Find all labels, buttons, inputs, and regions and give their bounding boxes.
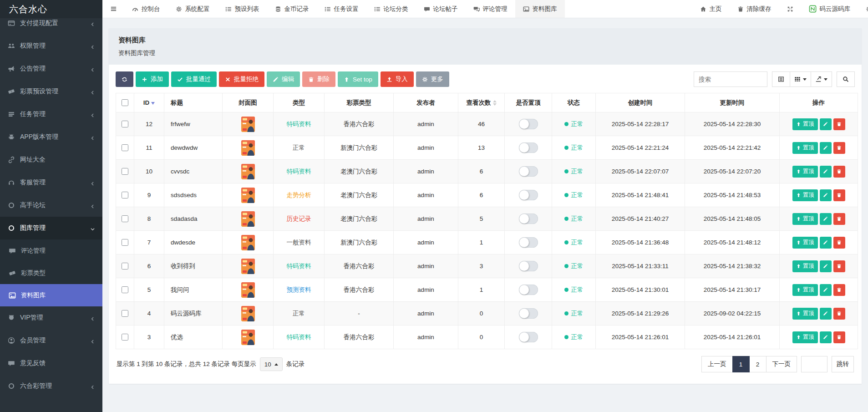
cover-image[interactable]	[241, 235, 255, 250]
edit-button[interactable]	[820, 166, 832, 178]
nav-right-gear[interactable]	[858, 0, 868, 18]
columns-button[interactable]	[790, 71, 811, 87]
page-button-2[interactable]: 2	[749, 356, 766, 372]
row-checkbox[interactable]	[122, 239, 128, 246]
nav-tab-5-list[interactable]: 任务设置	[317, 0, 366, 18]
sidebar-toggle-button[interactable]	[102, 0, 124, 18]
row-checkbox[interactable]	[122, 334, 128, 341]
row-checkbox[interactable]	[122, 144, 128, 151]
sidebar-item-circle[interactable]: 高手论坛	[0, 194, 102, 217]
row-checkbox[interactable]	[122, 192, 128, 198]
pin-top-button[interactable]: 置顶	[792, 284, 818, 296]
delete-button[interactable]	[833, 213, 845, 225]
pin-toggle[interactable]	[519, 214, 538, 224]
sidebar-subitem-image-active[interactable]: 资料图库	[0, 284, 102, 306]
nav-tab-9-image[interactable]: 资料图库	[515, 0, 565, 18]
delete-button[interactable]	[833, 118, 845, 130]
edit-button[interactable]	[820, 213, 832, 225]
delete-button[interactable]	[833, 308, 845, 320]
nav-tab-3-list[interactable]: 预设列表	[218, 0, 267, 18]
sidebar-subitem-comment[interactable]: 评论管理	[0, 239, 102, 262]
nav-tab-1-gauge[interactable]: 控制台	[124, 0, 168, 18]
sidebar-item-link[interactable]: 网址大全	[0, 148, 102, 171]
edit-button[interactable]	[820, 189, 832, 201]
delete-button[interactable]	[833, 189, 845, 201]
delete-button[interactable]	[833, 260, 845, 272]
row-checkbox[interactable]	[122, 263, 128, 270]
edit-button[interactable]	[820, 237, 832, 249]
pin-toggle[interactable]	[519, 190, 538, 200]
sidebar-item-user[interactable]: 会员管理	[0, 329, 102, 352]
select-all-checkbox[interactable]	[122, 99, 128, 106]
nav-tab-7-comment[interactable]: 论坛帖子	[416, 0, 466, 18]
row-checkbox[interactable]	[122, 286, 128, 293]
nav-tab-4-db[interactable]: 金币记录	[267, 0, 317, 18]
cover-image[interactable]	[241, 211, 255, 227]
cover-image[interactable]	[241, 140, 255, 156]
type-link[interactable]: 走势分析	[287, 192, 311, 198]
jump-page-input[interactable]	[801, 356, 827, 372]
edit-button[interactable]	[820, 118, 832, 130]
delete-button[interactable]	[833, 166, 845, 178]
delete-button[interactable]	[833, 237, 845, 249]
row-checkbox[interactable]	[122, 121, 128, 127]
row-checkbox[interactable]	[122, 310, 128, 317]
x-button[interactable]: 批量拒绝	[219, 71, 264, 87]
upload-button[interactable]: 导入	[381, 71, 414, 87]
sidebar-item-headset[interactable]: 客服管理	[0, 171, 102, 194]
pin-top-button[interactable]: 置顶	[792, 142, 818, 154]
search-button[interactable]	[837, 71, 855, 87]
check-button[interactable]: 批量通过	[171, 71, 217, 87]
pin-top-button[interactable]: 置顶	[792, 237, 818, 249]
nav-tab-2-gear[interactable]: 系统配置	[168, 0, 218, 18]
delete-button[interactable]	[833, 284, 845, 296]
sidebar-item-circle[interactable]: 六合彩管理	[0, 375, 102, 397]
sidebar-item-ticket[interactable]: 彩票预设管理	[0, 80, 102, 103]
sidebar-item-comment[interactable]: 意见反馈	[0, 352, 102, 375]
jump-button[interactable]: 跳转	[832, 356, 854, 372]
pin-top-button[interactable]: 置顶	[792, 260, 818, 272]
cover-image[interactable]	[241, 330, 255, 345]
sidebar-subitem-ticket[interactable]: 彩票类型	[0, 262, 102, 284]
type-link[interactable]: 特码资料	[287, 263, 311, 270]
pencil-button[interactable]: 编辑	[267, 71, 300, 87]
pin-toggle[interactable]	[519, 119, 538, 129]
gear-button[interactable]: 更多	[416, 71, 449, 87]
next-page-button[interactable]: 下一页	[766, 356, 797, 372]
sort-icon[interactable]	[493, 100, 497, 106]
brand-logo[interactable]: 六合水心	[0, 0, 102, 18]
pin-toggle[interactable]	[519, 332, 538, 342]
pin-top-button[interactable]: 置顶	[792, 331, 818, 343]
sidebar-item-users[interactable]: 权限管理	[0, 35, 102, 57]
type-link[interactable]: 特码资料	[287, 334, 311, 341]
sort-desc-icon[interactable]	[151, 102, 155, 105]
cover-image[interactable]	[241, 282, 255, 298]
delete-button[interactable]	[833, 142, 845, 154]
pin-top-button[interactable]: 置顶	[792, 118, 818, 130]
per-page-select[interactable]: 10	[260, 357, 283, 371]
nav-right-trash[interactable]: 清除缓存	[730, 0, 779, 18]
nav-tab-8-comments[interactable]: 评论管理	[466, 0, 515, 18]
plus-button[interactable]: 添加	[136, 71, 169, 87]
cover-image[interactable]	[241, 117, 255, 132]
page-button-1[interactable]: 1	[732, 356, 750, 372]
pin-toggle[interactable]	[519, 261, 538, 271]
type-link[interactable]: 一般资料	[287, 239, 311, 246]
column-header-views[interactable]: 查看次数	[458, 93, 505, 112]
edit-button[interactable]	[820, 284, 832, 296]
prev-page-button[interactable]: 上一页	[701, 356, 733, 372]
cover-image[interactable]	[241, 164, 255, 179]
pin-toggle[interactable]	[519, 166, 538, 177]
type-link[interactable]: 正常	[293, 144, 305, 151]
type-link[interactable]: 特码资料	[287, 121, 311, 127]
edit-button[interactable]	[820, 142, 832, 154]
pin-top-button[interactable]: 置顶	[792, 189, 818, 201]
pin-toggle[interactable]	[519, 285, 538, 295]
trash-button[interactable]: 删除	[302, 71, 335, 87]
edit-button[interactable]	[820, 260, 832, 272]
arrow-up-button[interactable]: Set top	[338, 71, 378, 87]
type-link[interactable]: 预测资料	[287, 286, 311, 293]
edit-button[interactable]	[820, 308, 832, 320]
detail-view-button[interactable]	[772, 71, 790, 87]
delete-button[interactable]	[833, 331, 845, 343]
